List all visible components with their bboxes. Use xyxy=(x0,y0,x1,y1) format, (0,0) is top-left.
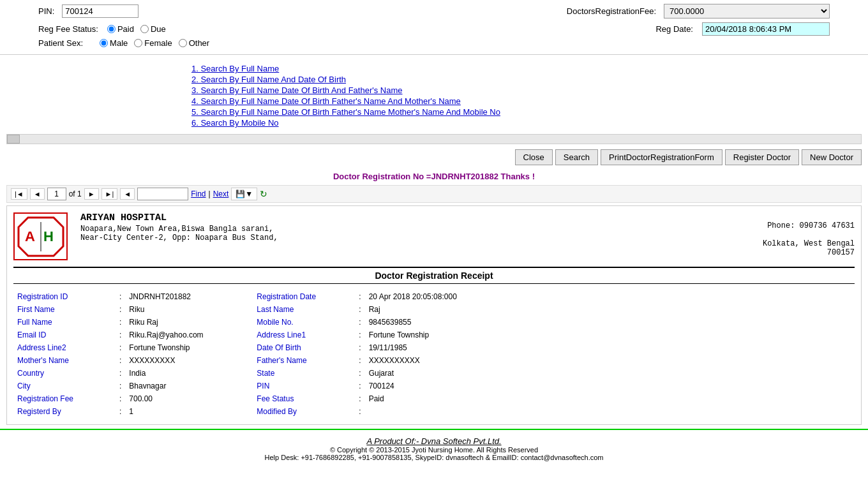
search-link-1[interactable]: 1. Search By Full Name xyxy=(191,64,677,73)
field-label2-3: Address Line1 xyxy=(253,329,355,341)
grid-find-button[interactable]: Find xyxy=(191,189,206,198)
grid-next-button[interactable]: ► xyxy=(84,188,99,200)
receipt-row-2: Full Name : Riku Raj Mobile No. : 984563… xyxy=(13,316,855,329)
search-link-5[interactable]: 5. Search By Full Name Date Of Birth Fat… xyxy=(191,107,677,117)
field-colon-0: : xyxy=(116,290,125,303)
close-button[interactable]: Close xyxy=(515,149,553,165)
refresh-icon: ↻ xyxy=(260,189,267,199)
search-link-4[interactable]: 4. Search By Full Name Date Of Birth Fat… xyxy=(191,96,677,106)
reg-fee-status-label: Reg Fee Status: xyxy=(38,24,98,34)
field-label2-6: State xyxy=(253,367,355,380)
search-link-2[interactable]: 2. Search By Full Name And Date Of Birth xyxy=(191,75,677,84)
other-radio[interactable] xyxy=(179,39,187,47)
due-radio-label[interactable]: Due xyxy=(140,24,166,34)
field-colon-2: : xyxy=(116,316,125,329)
male-radio[interactable] xyxy=(100,39,108,47)
grid-back-button[interactable]: ◄ xyxy=(120,188,135,200)
register-doctor-button[interactable]: Register Doctor xyxy=(725,149,799,165)
field-value-3: Riku.Raj@yahoo.com xyxy=(125,329,253,341)
fee-select[interactable]: 700.0000 xyxy=(664,4,830,19)
receipt-table: Registration ID : JNDRNHT201882 Registra… xyxy=(13,290,855,418)
field-label-4: Address Line2 xyxy=(13,341,116,354)
field-label-9: Registerd By xyxy=(13,405,116,418)
due-label: Due xyxy=(151,24,166,34)
horizontal-scrollbar[interactable] xyxy=(6,134,862,144)
field-value-9: 1 xyxy=(125,405,253,418)
field-value-8: 700.00 xyxy=(125,392,253,405)
paid-radio-label[interactable]: Paid xyxy=(107,24,134,34)
field-label-0: Registration ID xyxy=(13,290,116,303)
search-link-3[interactable]: 3. Search By Full Name Date Of Birth And… xyxy=(191,85,677,95)
reg-date-input[interactable] xyxy=(702,22,830,36)
field-label2-4: Date Of Birth xyxy=(253,341,355,354)
hospital-header: A H ARIYAN HOSPITAL Noapara,New Town Are… xyxy=(13,212,855,260)
hospital-phone: Phone: 090736 47631 xyxy=(767,221,855,230)
field-value2-0: 20 Apr 2018 20:05:08:000 xyxy=(365,290,855,303)
field-label-8: Registration Fee xyxy=(13,392,116,405)
search-link-6[interactable]: 6. Search By Mobile No xyxy=(191,118,677,128)
grid-next-find-button[interactable]: Next xyxy=(213,189,229,198)
field-label-3: Email ID xyxy=(13,329,116,341)
hospital-contact: Phone: 090736 47631 Kolkata, West Bengal… xyxy=(763,212,855,257)
field-value-7: Bhavnagar xyxy=(125,380,253,392)
field-colon-7: : xyxy=(116,380,125,392)
female-radio[interactable] xyxy=(134,39,142,47)
field-colon2-0: : xyxy=(355,290,364,303)
field-colon2-2: : xyxy=(355,316,364,329)
report-scroll-area[interactable]: A H ARIYAN HOSPITAL Noapara,New Town Are… xyxy=(7,206,861,424)
svg-text:H: H xyxy=(43,228,54,244)
search-button[interactable]: Search xyxy=(555,149,598,165)
new-doctor-button[interactable]: New Doctor xyxy=(802,149,862,165)
grid-page-info: of 1 xyxy=(69,189,82,198)
field-value-1: Riku xyxy=(125,303,253,316)
print-button[interactable]: PrintDoctorRegistrationForm xyxy=(601,149,722,165)
field-colon2-7: : xyxy=(355,380,364,392)
other-label: Other xyxy=(189,38,210,48)
pin-input[interactable] xyxy=(62,4,138,18)
grid-prev-button[interactable]: ◄ xyxy=(30,188,45,200)
field-colon2-9: : xyxy=(355,405,364,418)
male-radio-label[interactable]: Male xyxy=(100,38,128,48)
grid-first-button[interactable]: |◄ xyxy=(11,188,27,200)
field-colon-6: : xyxy=(116,367,125,380)
field-value-4: Fortune Twonship xyxy=(125,341,253,354)
due-radio[interactable] xyxy=(140,25,149,33)
report-wrapper: A H ARIYAN HOSPITAL Noapara,New Town Are… xyxy=(6,205,862,425)
hospital-logo: A H xyxy=(13,212,68,260)
grid-last-button[interactable]: ►| xyxy=(101,188,118,200)
grid-page-input[interactable] xyxy=(47,188,66,200)
field-colon-3: : xyxy=(116,329,125,341)
grid-export-button[interactable]: 💾▼ xyxy=(231,188,257,200)
search-links-container: 1. Search By Full Name 2. Search By Full… xyxy=(0,60,868,133)
reg-date-label: Reg Date: xyxy=(655,24,693,34)
paid-radio[interactable] xyxy=(107,25,116,33)
hospital-info: ARIYAN HOSPITAL Noapara,New Town Area,Bi… xyxy=(80,212,763,242)
pin-label: PIN: xyxy=(38,6,54,16)
hospital-name: ARIYAN HOSPITAL xyxy=(80,212,763,223)
field-colon-8: : xyxy=(116,392,125,405)
receipt-row-5: Mother's Name : XXXXXXXXX Father's Name … xyxy=(13,354,855,367)
field-label2-2: Mobile No. xyxy=(253,316,355,329)
paid-label: Paid xyxy=(117,24,134,34)
grid-refresh-button[interactable]: ↻ xyxy=(260,189,267,199)
buttons-area: Close Search PrintDoctorRegistrationForm… xyxy=(0,145,868,169)
field-colon-5: : xyxy=(116,354,125,367)
field-value2-3: Fortune Township xyxy=(365,329,855,341)
field-colon-4: : xyxy=(116,341,125,354)
field-value2-4: 19/11/1985 xyxy=(365,341,855,354)
field-value-5: XXXXXXXXX xyxy=(125,354,253,367)
patient-sex-label: Patient Sex: xyxy=(38,38,83,48)
field-value2-7: 700124 xyxy=(365,380,855,392)
grid-find-input[interactable] xyxy=(137,188,188,200)
other-radio-label[interactable]: Other xyxy=(179,38,210,48)
field-value-6: India xyxy=(125,367,253,380)
field-value2-8: Paid xyxy=(365,392,855,405)
receipt-row-1: First Name : Riku Last Name : Raj xyxy=(13,303,855,316)
field-label-1: First Name xyxy=(13,303,116,316)
footer-product: A Product Of:- Dvna Softech Pvt.Ltd. xyxy=(3,436,865,446)
female-radio-label[interactable]: Female xyxy=(134,38,172,48)
footer-copyright: © Copyright © 2013-2015 Jyoti Nursing Ho… xyxy=(3,446,865,454)
field-label-6: Country xyxy=(13,367,116,380)
field-label2-8: Fee Status xyxy=(253,392,355,405)
field-value2-2: 9845639855 xyxy=(365,316,855,329)
